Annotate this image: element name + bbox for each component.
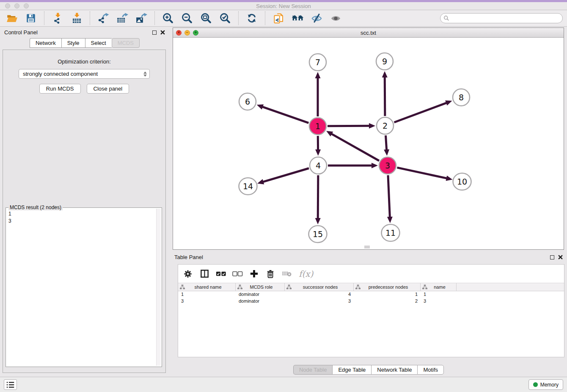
edge-arrowhead bbox=[372, 163, 378, 168]
add-row-button[interactable] bbox=[248, 268, 259, 279]
close-view-button[interactable]: × bbox=[176, 30, 182, 36]
graph-node-1[interactable]: 1 bbox=[309, 118, 326, 135]
network-graph[interactable]: 7968124314101511 bbox=[173, 38, 564, 249]
zoom-selected-button[interactable] bbox=[217, 11, 233, 25]
zoom-in-button[interactable] bbox=[160, 11, 176, 25]
hide-panels-button[interactable] bbox=[309, 11, 324, 25]
export-network-button[interactable] bbox=[96, 11, 111, 25]
edge-2-9[interactable] bbox=[385, 77, 385, 116]
edge-arrowhead bbox=[445, 100, 452, 105]
minimize-view-button[interactable]: − bbox=[184, 30, 190, 36]
column-header-MCDS-role[interactable]: MCDS role bbox=[236, 283, 285, 291]
split-view-button[interactable] bbox=[199, 268, 210, 279]
edge-4-15[interactable] bbox=[318, 175, 318, 219]
close-panel-icon[interactable] bbox=[160, 30, 165, 35]
zoom-selected-icon bbox=[219, 12, 231, 24]
table-cell[interactable]: 1 bbox=[354, 291, 421, 298]
search-input[interactable] bbox=[440, 13, 563, 23]
edge-1-2[interactable] bbox=[328, 126, 370, 126]
table-cell[interactable]: 1 bbox=[178, 291, 236, 298]
close-panel-button[interactable]: Close panel bbox=[87, 84, 129, 94]
edge-arrowhead bbox=[315, 149, 321, 156]
tab-node-table[interactable]: Node Table bbox=[293, 365, 333, 375]
table-cell[interactable]: 2 bbox=[354, 298, 421, 305]
edge-3-11[interactable] bbox=[388, 175, 390, 218]
table-row[interactable]: 1dominator411 bbox=[178, 291, 564, 298]
canvas-splitter-handle[interactable] bbox=[364, 246, 370, 248]
edge-3-1[interactable] bbox=[331, 134, 379, 161]
table-cell[interactable]: 4 bbox=[285, 291, 354, 298]
svg-text:14: 14 bbox=[243, 182, 253, 191]
tab-select[interactable]: Select bbox=[85, 38, 112, 48]
tab-style[interactable]: Style bbox=[61, 38, 85, 48]
edge-4-14[interactable] bbox=[263, 168, 309, 182]
select-all-columns-button[interactable] bbox=[215, 268, 226, 279]
table-row[interactable]: 3dominator323 bbox=[178, 298, 564, 305]
graph-node-4[interactable]: 4 bbox=[310, 157, 327, 174]
import-network-button[interactable] bbox=[50, 11, 65, 25]
save-session-button[interactable] bbox=[23, 11, 39, 25]
graph-node-7[interactable]: 7 bbox=[309, 54, 326, 71]
graph-node-9[interactable]: 9 bbox=[376, 53, 393, 70]
table-body: 1dominator4113dominator323 bbox=[178, 291, 564, 357]
graph-node-10[interactable]: 10 bbox=[453, 173, 471, 190]
edge-1-6[interactable] bbox=[262, 107, 308, 123]
edge-2-3[interactable] bbox=[385, 135, 386, 150]
graph-node-14[interactable]: 14 bbox=[239, 178, 257, 195]
zoom-fit-button[interactable] bbox=[198, 11, 214, 25]
tab-motifs[interactable]: Motifs bbox=[417, 365, 444, 375]
edge-2-8[interactable] bbox=[394, 103, 447, 122]
graph-node-11[interactable]: 11 bbox=[382, 224, 400, 241]
tab-mcds[interactable]: MCDS bbox=[112, 38, 140, 48]
close-table-panel-icon[interactable] bbox=[558, 255, 563, 259]
maximize-view-button[interactable]: + bbox=[193, 30, 198, 36]
export-table-button[interactable] bbox=[115, 11, 130, 25]
table-cell[interactable]: 3 bbox=[421, 298, 457, 305]
column-header-shared-name[interactable]: shared name bbox=[178, 283, 236, 291]
column-header-successor-nodes[interactable]: successor nodes bbox=[285, 283, 354, 291]
column-header-predecessor-nodes[interactable]: predecessor nodes bbox=[354, 283, 421, 291]
import-table-icon bbox=[71, 13, 83, 24]
svg-text:6: 6 bbox=[245, 97, 250, 106]
float-panel-icon[interactable] bbox=[152, 30, 157, 35]
open-session-button[interactable] bbox=[4, 11, 19, 25]
delete-table-button[interactable] bbox=[281, 268, 292, 279]
table-cell[interactable]: 3 bbox=[178, 298, 236, 305]
delete-row-button[interactable] bbox=[265, 268, 276, 279]
table-cell[interactable]: 3 bbox=[285, 298, 354, 305]
edge-arrowhead bbox=[315, 218, 321, 224]
edge-3-10[interactable] bbox=[397, 168, 447, 179]
float-table-panel-icon[interactable] bbox=[550, 255, 554, 259]
tab-edge-table[interactable]: Edge Table bbox=[332, 365, 371, 375]
refresh-button[interactable] bbox=[244, 11, 259, 25]
result-scrollbar[interactable] bbox=[156, 209, 161, 366]
copy-network-view-button[interactable] bbox=[271, 11, 286, 25]
edge-arrowhead bbox=[257, 179, 264, 184]
table-cell[interactable]: dominator bbox=[236, 291, 285, 298]
zoom-out-button[interactable] bbox=[179, 11, 195, 25]
optimization-criterion-select[interactable]: strongly connected component bbox=[19, 69, 150, 79]
function-builder-button[interactable]: f(x) bbox=[299, 269, 313, 279]
run-mcds-button[interactable]: Run MCDS bbox=[39, 84, 81, 94]
import-table-button[interactable] bbox=[69, 11, 84, 25]
column-header-name[interactable]: name bbox=[421, 283, 457, 291]
app-titlebar: Session: New Session bbox=[0, 2, 567, 10]
deselect-all-columns-button[interactable] bbox=[232, 268, 243, 279]
graph-node-6[interactable]: 6 bbox=[239, 93, 256, 110]
show-panels-button[interactable] bbox=[328, 11, 343, 25]
memory-button[interactable]: Memory bbox=[528, 379, 563, 390]
graph-node-2[interactable]: 2 bbox=[377, 117, 394, 134]
export-image-button[interactable] bbox=[134, 11, 149, 25]
graph-node-8[interactable]: 8 bbox=[453, 89, 470, 106]
table-cell[interactable]: 1 bbox=[421, 291, 457, 298]
tab-network[interactable]: Network bbox=[30, 38, 61, 48]
table-cell[interactable]: dominator bbox=[236, 298, 285, 305]
column-settings-button[interactable] bbox=[182, 268, 193, 279]
graph-node-15[interactable]: 15 bbox=[309, 226, 327, 243]
show-task-history-button[interactable] bbox=[4, 379, 17, 390]
open-home-button[interactable] bbox=[290, 11, 305, 25]
table-panel: Table Panel bbox=[173, 252, 564, 377]
tab-network-table[interactable]: Network Table bbox=[371, 365, 417, 375]
graph-node-3[interactable]: 3 bbox=[379, 157, 396, 174]
network-canvas[interactable]: 7968124314101511 bbox=[173, 38, 564, 249]
